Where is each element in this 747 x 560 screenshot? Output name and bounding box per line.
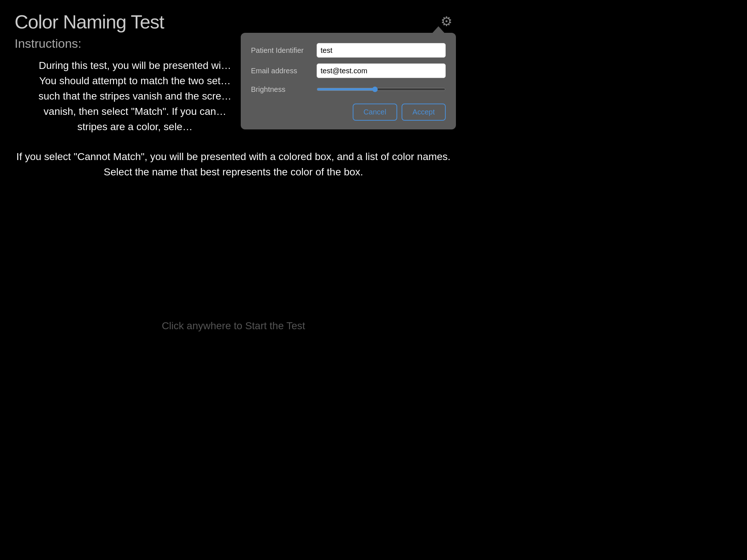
email-label: Email address	[251, 67, 317, 75]
modal-container: Patient Identifier Email address Brightn…	[241, 33, 456, 129]
patient-identifier-label: Patient Identifier	[251, 46, 317, 55]
cancel-button[interactable]: Cancel	[353, 104, 397, 121]
brightness-slider[interactable]	[317, 86, 446, 92]
email-input[interactable]	[317, 63, 446, 78]
brightness-slider-container	[317, 84, 446, 95]
instructions-paragraph1: During this test, you will be presented …	[15, 58, 255, 135]
accept-button[interactable]: Accept	[402, 104, 446, 121]
header: Color Naming Test ⚙	[15, 11, 452, 33]
patient-identifier-input[interactable]	[317, 43, 446, 58]
bottom-cta[interactable]: Click anywhere to Start the Test	[0, 320, 467, 332]
button-row: Cancel Accept	[251, 104, 446, 121]
patient-identifier-row: Patient Identifier	[251, 43, 446, 58]
app-title: Color Naming Test	[15, 11, 164, 33]
modal-arrow	[432, 26, 445, 34]
modal-box: Patient Identifier Email address Brightn…	[241, 33, 456, 129]
brightness-label: Brightness	[251, 85, 317, 94]
instructions-paragraph2: If you select "Cannot Match", you will b…	[15, 149, 452, 180]
app-container: Color Naming Test ⚙ Instructions: During…	[0, 0, 467, 350]
brightness-row: Brightness	[251, 84, 446, 95]
email-row: Email address	[251, 63, 446, 78]
